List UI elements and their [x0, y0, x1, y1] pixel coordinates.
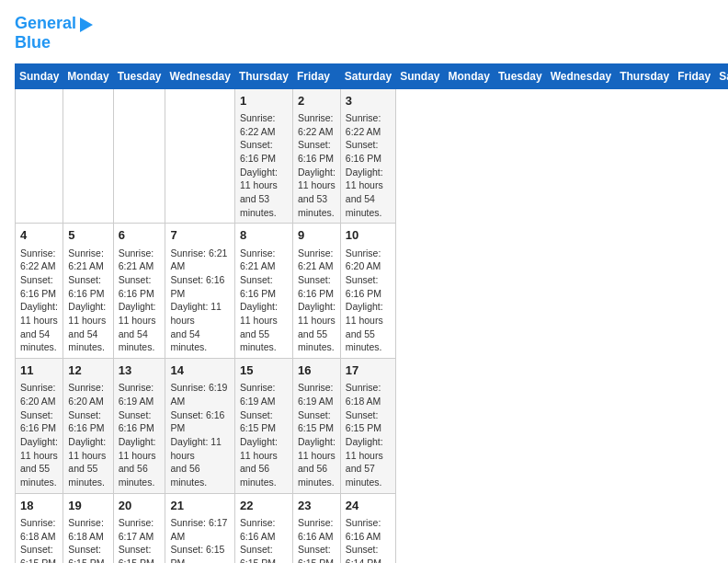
cell-content-line: Sunset: 6:14 PM — [346, 543, 391, 563]
calendar-cell: 13Sunrise: 6:19 AMSunset: 6:16 PMDayligh… — [113, 359, 165, 494]
header-day-monday: Monday — [444, 63, 494, 88]
day-number: 15 — [240, 362, 288, 379]
cell-content-line: Sunset: 6:16 PM — [298, 273, 336, 300]
day-number: 2 — [298, 93, 336, 109]
cell-content-line: Sunset: 6:16 PM — [240, 273, 288, 300]
cell-content-line: Daylight: 11 hours — [346, 166, 391, 192]
logo-blue: Blue — [15, 33, 93, 52]
cell-content-line: Sunset: 6:16 PM — [346, 273, 391, 300]
cell-content-line: Sunrise: 6:19 AM — [298, 381, 336, 408]
cell-content-line: Sunset: 6:16 PM — [346, 138, 391, 165]
page-header: General Blue — [15, 15, 713, 52]
header-day-saturday: Saturday — [715, 63, 728, 88]
calendar-cell: 2Sunrise: 6:22 AMSunset: 6:16 PMDaylight… — [292, 88, 340, 224]
cell-content-line: and 53 minutes. — [240, 192, 288, 219]
cell-content-line: Daylight: 11 hours — [240, 435, 288, 462]
calendar-cell: 17Sunrise: 6:18 AMSunset: 6:15 PMDayligh… — [340, 359, 395, 494]
cell-content-line: Sunrise: 6:20 AM — [68, 381, 108, 408]
cell-content-line: Sunrise: 6:18 AM — [68, 516, 108, 543]
calendar-cell: 18Sunrise: 6:18 AMSunset: 6:15 PMDayligh… — [16, 493, 63, 563]
cell-content-line: Sunrise: 6:21 AM — [298, 247, 336, 273]
cell-content-line: Sunset: 6:16 PM — [170, 273, 229, 300]
cell-content-line: and 57 minutes. — [346, 462, 391, 488]
header-day-thursday: Thursday — [616, 63, 674, 88]
cell-content-line: Sunset: 6:16 PM — [68, 273, 108, 300]
cell-content-line: and 54 minutes. — [346, 192, 391, 219]
cell-content-line: Sunrise: 6:19 AM — [119, 381, 161, 408]
cell-content-line: Sunrise: 6:22 AM — [346, 111, 391, 138]
calendar-cell: 1Sunrise: 6:22 AMSunset: 6:16 PMDaylight… — [234, 88, 292, 224]
cell-content-line: and 55 minutes. — [20, 462, 58, 488]
cell-content-line: Sunrise: 6:16 AM — [298, 516, 336, 543]
calendar-cell: 10Sunrise: 6:20 AMSunset: 6:16 PMDayligh… — [340, 224, 395, 359]
cell-content-line: Sunset: 6:15 PM — [240, 408, 288, 435]
calendar-cell: 9Sunrise: 6:21 AMSunset: 6:16 PMDaylight… — [292, 224, 340, 359]
day-number: 10 — [346, 227, 391, 244]
cell-content-line: Sunrise: 6:21 AM — [170, 247, 229, 273]
day-number: 20 — [119, 498, 161, 514]
calendar-cell — [16, 88, 63, 224]
calendar-cell: 14Sunrise: 6:19 AMSunset: 6:16 PMDayligh… — [165, 359, 234, 494]
cell-content-line: and 56 minutes. — [240, 462, 288, 488]
cell-content-line: and 55 minutes. — [240, 327, 288, 354]
cell-content-line: and 55 minutes. — [298, 327, 336, 354]
cell-content-line: and 54 minutes. — [20, 327, 58, 354]
cell-content-line: Sunset: 6:16 PM — [20, 273, 58, 300]
cell-content-line: Sunset: 6:16 PM — [170, 408, 229, 435]
cell-content-line: and 54 minutes. — [119, 327, 161, 354]
cell-content-line: and 54 minutes. — [68, 327, 108, 354]
cell-content-line: Daylight: 11 hours — [20, 300, 58, 327]
day-number: 8 — [240, 227, 288, 244]
calendar-cell — [165, 88, 234, 224]
cell-content-line: Sunrise: 6:17 AM — [119, 516, 161, 543]
calendar-cell: 22Sunrise: 6:16 AMSunset: 6:15 PMDayligh… — [234, 493, 292, 563]
cell-content-line: Sunrise: 6:17 AM — [170, 516, 229, 543]
cell-content-line: Sunset: 6:15 PM — [170, 543, 229, 563]
calendar-cell: 4Sunrise: 6:22 AMSunset: 6:16 PMDaylight… — [16, 224, 63, 359]
cell-content-line: and 56 minutes. — [298, 462, 336, 488]
header-day-wednesday: Wednesday — [546, 63, 615, 88]
calendar-cell: 12Sunrise: 6:20 AMSunset: 6:16 PMDayligh… — [63, 359, 113, 494]
cell-content-line: Sunrise: 6:16 AM — [240, 516, 288, 543]
logo-text: General — [15, 15, 76, 33]
cell-content-line: Sunrise: 6:18 AM — [346, 381, 391, 408]
logo-icon — [80, 17, 93, 32]
cell-content-line: Sunset: 6:15 PM — [298, 543, 336, 563]
cell-content-line: Sunset: 6:15 PM — [240, 543, 288, 563]
day-number: 19 — [68, 498, 108, 514]
cell-content-line: and 54 minutes. — [170, 327, 229, 354]
cell-content-line: Daylight: 11 hours — [68, 300, 108, 327]
cell-content-line: Sunset: 6:16 PM — [240, 138, 288, 165]
header-saturday: Saturday — [340, 63, 395, 88]
day-number: 22 — [240, 498, 288, 514]
calendar-cell: 16Sunrise: 6:19 AMSunset: 6:15 PMDayligh… — [292, 359, 340, 494]
cell-content-line: Sunset: 6:16 PM — [119, 273, 161, 300]
header-sunday: Sunday — [16, 63, 63, 88]
calendar-cell: 7Sunrise: 6:21 AMSunset: 6:16 PMDaylight… — [165, 224, 234, 359]
header-day-tuesday: Tuesday — [494, 63, 546, 88]
cell-content-line: Sunrise: 6:21 AM — [240, 247, 288, 273]
calendar-cell — [63, 88, 113, 224]
day-number: 21 — [170, 498, 229, 514]
calendar-cell: 8Sunrise: 6:21 AMSunset: 6:16 PMDaylight… — [234, 224, 292, 359]
cell-content-line: Daylight: 11 hours — [68, 435, 108, 462]
calendar-cell: 23Sunrise: 6:16 AMSunset: 6:15 PMDayligh… — [292, 493, 340, 563]
calendar-cell: 20Sunrise: 6:17 AMSunset: 6:15 PMDayligh… — [113, 493, 165, 563]
cell-content-line: Sunrise: 6:16 AM — [346, 516, 391, 543]
day-number: 24 — [346, 498, 391, 514]
cell-content-line: Daylight: 11 hours — [298, 166, 336, 192]
calendar-week-2: 4Sunrise: 6:22 AMSunset: 6:16 PMDaylight… — [16, 224, 729, 359]
calendar-week-4: 18Sunrise: 6:18 AMSunset: 6:15 PMDayligh… — [16, 493, 729, 563]
cell-content-line: Sunrise: 6:18 AM — [20, 516, 58, 543]
day-number: 9 — [298, 227, 336, 244]
cell-content-line: Sunrise: 6:20 AM — [346, 247, 391, 273]
day-number: 18 — [20, 498, 58, 514]
header-wednesday: Wednesday — [165, 63, 234, 88]
cell-content-line: Sunset: 6:16 PM — [20, 408, 58, 435]
cell-content-line: Daylight: 11 hours — [20, 435, 58, 462]
calendar-header-row: SundayMondayTuesdayWednesdayThursdayFrid… — [16, 63, 729, 88]
cell-content-line: and 55 minutes. — [68, 462, 108, 488]
calendar-cell: 11Sunrise: 6:20 AMSunset: 6:16 PMDayligh… — [16, 359, 63, 494]
calendar-week-3: 11Sunrise: 6:20 AMSunset: 6:16 PMDayligh… — [16, 359, 729, 494]
cell-content-line: and 56 minutes. — [170, 462, 229, 488]
